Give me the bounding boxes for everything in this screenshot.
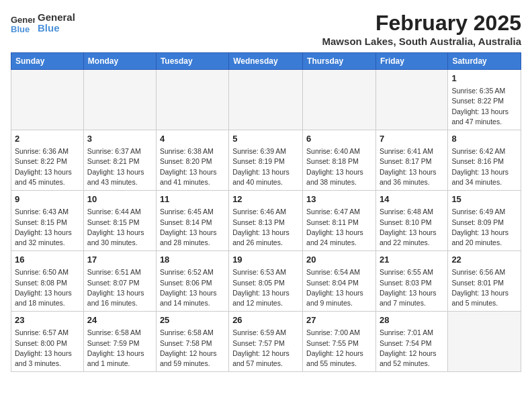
svg-text:General: General: [11, 15, 35, 25]
day-info: Sunrise: 6:45 AM Sunset: 8:14 PM Dayligh…: [160, 207, 225, 248]
day-info: Sunrise: 7:01 AM Sunset: 7:54 PM Dayligh…: [380, 328, 444, 369]
weekday-header-tuesday: Tuesday: [156, 53, 228, 70]
calendar-day: 21Sunrise: 6:55 AM Sunset: 8:03 PM Dayli…: [375, 251, 447, 312]
day-number: 26: [232, 314, 299, 326]
day-number: 20: [306, 254, 372, 266]
calendar-day: 15Sunrise: 6:49 AM Sunset: 8:09 PM Dayli…: [448, 191, 521, 251]
day-info: Sunrise: 6:51 AM Sunset: 8:07 PM Dayligh…: [87, 267, 152, 308]
day-info: Sunrise: 6:37 AM Sunset: 8:21 PM Dayligh…: [87, 146, 152, 187]
day-number: 19: [232, 254, 299, 266]
calendar-day: 27Sunrise: 7:00 AM Sunset: 7:55 PM Dayli…: [303, 312, 376, 372]
calendar-day: 12Sunrise: 6:46 AM Sunset: 8:13 PM Dayli…: [229, 191, 303, 251]
calendar-day: [11, 70, 84, 130]
day-info: Sunrise: 6:57 AM Sunset: 8:00 PM Dayligh…: [15, 328, 80, 369]
calendar-day: 17Sunrise: 6:51 AM Sunset: 8:07 PM Dayli…: [83, 251, 156, 312]
weekday-header-friday: Friday: [375, 53, 447, 70]
calendar-day: 14Sunrise: 6:48 AM Sunset: 8:10 PM Dayli…: [375, 191, 447, 251]
day-info: Sunrise: 6:50 AM Sunset: 8:08 PM Dayligh…: [15, 267, 80, 308]
day-number: 9: [15, 193, 80, 205]
day-info: Sunrise: 6:40 AM Sunset: 8:18 PM Dayligh…: [306, 146, 372, 187]
calendar-week-row: 16Sunrise: 6:50 AM Sunset: 8:08 PM Dayli…: [11, 251, 521, 312]
day-number: 22: [451, 254, 517, 266]
day-number: 25: [160, 314, 225, 326]
calendar-header: SundayMondayTuesdayWednesdayThursdayFrid…: [11, 53, 521, 70]
calendar-day: [375, 70, 447, 130]
calendar-day: [303, 70, 376, 130]
calendar-day: [83, 70, 156, 130]
day-info: Sunrise: 6:52 AM Sunset: 8:06 PM Dayligh…: [160, 267, 225, 308]
day-number: 27: [306, 314, 372, 326]
day-number: 23: [15, 314, 80, 326]
calendar-day: 22Sunrise: 6:56 AM Sunset: 8:01 PM Dayli…: [448, 251, 521, 312]
logo-icon: General Blue: [11, 11, 35, 35]
calendar-day: 13Sunrise: 6:47 AM Sunset: 8:11 PM Dayli…: [303, 191, 376, 251]
day-number: 7: [380, 133, 444, 145]
day-number: 10: [87, 193, 152, 205]
day-number: 6: [306, 133, 372, 145]
calendar-day: 24Sunrise: 6:58 AM Sunset: 7:59 PM Dayli…: [83, 312, 156, 372]
calendar-day: 25Sunrise: 6:58 AM Sunset: 7:58 PM Dayli…: [156, 312, 228, 372]
calendar-day: 3Sunrise: 6:37 AM Sunset: 8:21 PM Daylig…: [83, 130, 156, 191]
calendar-table: SundayMondayTuesdayWednesdayThursdayFrid…: [11, 52, 521, 372]
day-number: 21: [380, 254, 444, 266]
day-number: 15: [451, 193, 517, 205]
logo-general: General: [38, 12, 75, 24]
calendar-day: 23Sunrise: 6:57 AM Sunset: 8:00 PM Dayli…: [11, 312, 84, 372]
day-info: Sunrise: 6:58 AM Sunset: 7:58 PM Dayligh…: [160, 328, 225, 369]
calendar-day: 18Sunrise: 6:52 AM Sunset: 8:06 PM Dayli…: [156, 251, 228, 312]
calendar-day: [156, 70, 228, 130]
day-info: Sunrise: 6:58 AM Sunset: 7:59 PM Dayligh…: [87, 328, 152, 369]
calendar-day: 5Sunrise: 6:39 AM Sunset: 8:19 PM Daylig…: [229, 130, 303, 191]
day-info: Sunrise: 6:56 AM Sunset: 8:01 PM Dayligh…: [451, 267, 517, 308]
calendar-body: 1Sunrise: 6:35 AM Sunset: 8:22 PM Daylig…: [11, 70, 521, 372]
calendar-week-row: 1Sunrise: 6:35 AM Sunset: 8:22 PM Daylig…: [11, 70, 521, 130]
day-info: Sunrise: 6:38 AM Sunset: 8:20 PM Dayligh…: [160, 146, 225, 187]
calendar-day: 11Sunrise: 6:45 AM Sunset: 8:14 PM Dayli…: [156, 191, 228, 251]
calendar-day: 19Sunrise: 6:53 AM Sunset: 8:05 PM Dayli…: [229, 251, 303, 312]
day-number: 24: [87, 314, 152, 326]
day-info: Sunrise: 6:36 AM Sunset: 8:22 PM Dayligh…: [15, 146, 80, 187]
day-info: Sunrise: 6:43 AM Sunset: 8:15 PM Dayligh…: [15, 207, 80, 248]
calendar-day: 10Sunrise: 6:44 AM Sunset: 8:15 PM Dayli…: [83, 191, 156, 251]
subtitle: Mawson Lakes, South Australia, Australia: [322, 36, 521, 47]
day-info: Sunrise: 7:00 AM Sunset: 7:55 PM Dayligh…: [306, 328, 372, 369]
day-number: 4: [160, 133, 225, 145]
day-number: 1: [451, 73, 517, 85]
day-info: Sunrise: 6:48 AM Sunset: 8:10 PM Dayligh…: [380, 207, 444, 248]
weekday-header-saturday: Saturday: [448, 53, 521, 70]
day-number: 17: [87, 254, 152, 266]
day-number: 16: [15, 254, 80, 266]
day-number: 5: [232, 133, 299, 145]
calendar-day: [229, 70, 303, 130]
day-number: 18: [160, 254, 225, 266]
calendar-day: 9Sunrise: 6:43 AM Sunset: 8:15 PM Daylig…: [11, 191, 84, 251]
calendar-day: [448, 312, 521, 372]
title-block: February 2025 Mawson Lakes, South Austra…: [322, 11, 521, 47]
weekday-header-sunday: Sunday: [11, 53, 84, 70]
calendar-week-row: 23Sunrise: 6:57 AM Sunset: 8:00 PM Dayli…: [11, 312, 521, 372]
day-info: Sunrise: 6:39 AM Sunset: 8:19 PM Dayligh…: [232, 146, 299, 187]
main-title: February 2025: [322, 11, 521, 36]
weekday-header-monday: Monday: [83, 53, 156, 70]
calendar-day: 7Sunrise: 6:41 AM Sunset: 8:17 PM Daylig…: [375, 130, 447, 191]
day-info: Sunrise: 6:49 AM Sunset: 8:09 PM Dayligh…: [451, 207, 517, 248]
day-info: Sunrise: 6:46 AM Sunset: 8:13 PM Dayligh…: [232, 207, 299, 248]
calendar-day: 4Sunrise: 6:38 AM Sunset: 8:20 PM Daylig…: [156, 130, 228, 191]
calendar-week-row: 9Sunrise: 6:43 AM Sunset: 8:15 PM Daylig…: [11, 191, 521, 251]
logo-blue: Blue: [38, 23, 75, 34]
day-number: 28: [380, 314, 444, 326]
day-info: Sunrise: 6:42 AM Sunset: 8:16 PM Dayligh…: [451, 146, 517, 187]
page-header: General Blue General Blue February 2025 …: [11, 11, 521, 47]
day-number: 2: [15, 133, 80, 145]
day-number: 11: [160, 193, 225, 205]
calendar-day: 1Sunrise: 6:35 AM Sunset: 8:22 PM Daylig…: [448, 70, 521, 130]
day-number: 14: [380, 193, 444, 205]
svg-text:Blue: Blue: [11, 24, 30, 34]
day-info: Sunrise: 6:44 AM Sunset: 8:15 PM Dayligh…: [87, 207, 152, 248]
calendar-day: 28Sunrise: 7:01 AM Sunset: 7:54 PM Dayli…: [375, 312, 447, 372]
day-info: Sunrise: 6:41 AM Sunset: 8:17 PM Dayligh…: [380, 146, 444, 187]
calendar-day: 16Sunrise: 6:50 AM Sunset: 8:08 PM Dayli…: [11, 251, 84, 312]
day-number: 8: [451, 133, 517, 145]
day-info: Sunrise: 6:55 AM Sunset: 8:03 PM Dayligh…: [380, 267, 444, 308]
day-number: 13: [306, 193, 372, 205]
